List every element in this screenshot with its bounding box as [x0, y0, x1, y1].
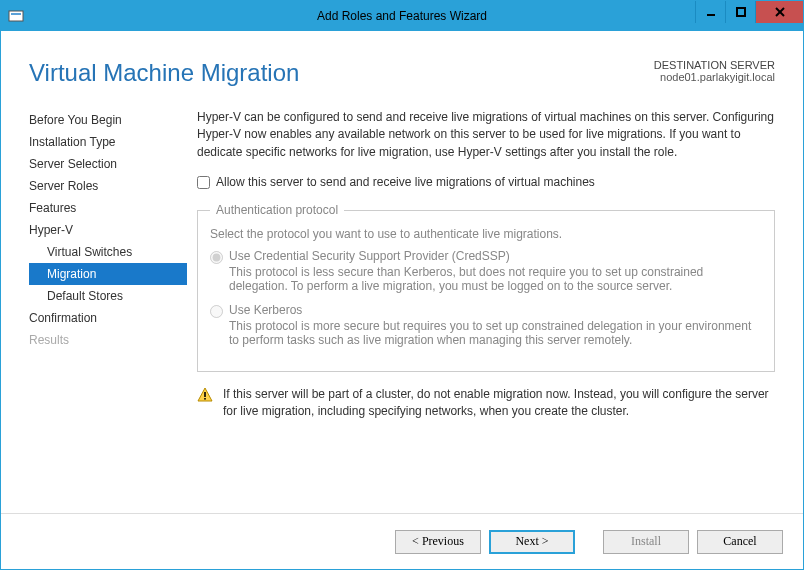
page-header: Virtual Machine Migration DESTINATION SE…: [29, 59, 775, 87]
window-controls: [695, 1, 803, 23]
nav-item-server-roles[interactable]: Server Roles: [29, 175, 187, 197]
cancel-button[interactable]: Cancel: [697, 530, 783, 554]
install-button[interactable]: Install: [603, 530, 689, 554]
auth-protocol-fieldset: Authentication protocol Select the proto…: [197, 203, 775, 372]
warning-row: If this server will be part of a cluster…: [197, 386, 775, 420]
maximize-button[interactable]: [725, 1, 755, 23]
allow-migration-label: Allow this server to send and receive li…: [216, 175, 595, 189]
previous-button[interactable]: < Previous: [395, 530, 481, 554]
nav-item-before-you-begin[interactable]: Before You Begin: [29, 109, 187, 131]
nav-item-results: Results: [29, 329, 187, 351]
nav-item-migration[interactable]: Migration: [29, 263, 187, 285]
nav-item-hyper-v[interactable]: Hyper-V: [29, 219, 187, 241]
nav-item-virtual-switches[interactable]: Virtual Switches: [29, 241, 187, 263]
minimize-button[interactable]: [695, 1, 725, 23]
nav-item-features[interactable]: Features: [29, 197, 187, 219]
allow-migration-checkbox-row[interactable]: Allow this server to send and receive li…: [197, 175, 775, 189]
button-bar: < Previous Next > Install Cancel: [1, 513, 803, 569]
warning-text: If this server will be part of a cluster…: [223, 386, 775, 420]
wizard-window: Add Roles and Features Wizard Virtual Ma…: [0, 0, 804, 570]
next-button[interactable]: Next >: [489, 530, 575, 554]
nav-item-confirmation[interactable]: Confirmation: [29, 307, 187, 329]
auth-protocol-legend: Authentication protocol: [210, 203, 344, 217]
svg-rect-7: [204, 392, 206, 397]
auth-radio-label-1: Use Kerberos: [229, 303, 762, 317]
auth-option-1: Use KerberosThis protocol is more secure…: [210, 303, 762, 347]
auth-radio-0: [210, 251, 223, 264]
nav-item-default-stores[interactable]: Default Stores: [29, 285, 187, 307]
main-panel: Hyper-V can be configured to send and re…: [197, 109, 775, 513]
auth-radio-1: [210, 305, 223, 318]
auth-protocol-desc: Select the protocol you want to use to a…: [210, 227, 762, 241]
page-title: Virtual Machine Migration: [29, 59, 299, 87]
allow-migration-checkbox[interactable]: [197, 176, 210, 189]
auth-radio-label-0: Use Credential Security Support Provider…: [229, 249, 762, 263]
auth-radio-sub-0: This protocol is less secure than Kerber…: [229, 265, 762, 293]
titlebar: Add Roles and Features Wizard: [1, 1, 803, 31]
destination-info: DESTINATION SERVER node01.parlakyigit.lo…: [654, 59, 775, 83]
nav-sidebar: Before You BeginInstallation TypeServer …: [29, 109, 197, 513]
warning-icon: [197, 387, 213, 403]
close-button[interactable]: [755, 1, 803, 23]
body-area: Before You BeginInstallation TypeServer …: [29, 109, 775, 513]
auth-option-0: Use Credential Security Support Provider…: [210, 249, 762, 293]
window-title: Add Roles and Features Wizard: [1, 9, 803, 23]
destination-label: DESTINATION SERVER: [654, 59, 775, 71]
svg-rect-3: [737, 8, 745, 16]
destination-value: node01.parlakyigit.local: [654, 71, 775, 83]
nav-item-server-selection[interactable]: Server Selection: [29, 153, 187, 175]
nav-item-installation-type[interactable]: Installation Type: [29, 131, 187, 153]
svg-rect-8: [204, 398, 206, 400]
content-area: Virtual Machine Migration DESTINATION SE…: [1, 31, 803, 513]
auth-radio-sub-1: This protocol is more secure but require…: [229, 319, 762, 347]
description-text: Hyper-V can be configured to send and re…: [197, 109, 775, 161]
